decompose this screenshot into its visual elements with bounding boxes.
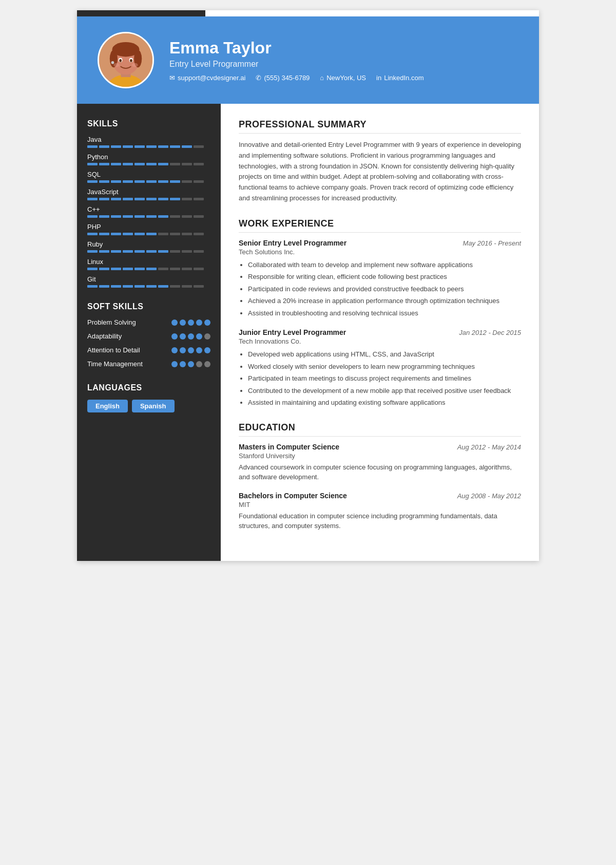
skill-segment xyxy=(111,145,121,148)
skill-name: C++ xyxy=(87,205,210,213)
skill-item: Java xyxy=(87,136,210,148)
job-bullet: Achieved a 20% increase in application p… xyxy=(248,296,521,306)
soft-skill-name: Attention to Detail xyxy=(87,346,171,355)
education-item: Bachelors in Computer ScienceAug 2008 - … xyxy=(239,492,521,531)
contact-row: ✉ support@cvdesigner.ai ✆ (555) 345-6789… xyxy=(169,74,424,82)
skill-bar xyxy=(87,198,210,200)
skill-segment xyxy=(87,145,98,148)
language-tag: English xyxy=(87,400,128,412)
skill-segment xyxy=(158,163,168,165)
skill-segment xyxy=(170,198,180,200)
soft-skill-item: Adaptability xyxy=(87,332,210,341)
skill-segment xyxy=(170,215,180,218)
skill-segment xyxy=(158,233,168,235)
soft-skill-dot xyxy=(180,333,186,340)
job-bullet: Contributed to the development of a new … xyxy=(248,386,521,396)
soft-skill-dot xyxy=(204,361,210,367)
language-tag: Spanish xyxy=(132,400,175,412)
skill-segment xyxy=(158,198,168,200)
header-info: Emma Taylor Entry Level Programmer ✉ sup… xyxy=(169,39,424,82)
skill-segment xyxy=(170,145,180,148)
edu-date: Aug 2008 - May 2012 xyxy=(457,492,521,500)
education-title: EDUCATION xyxy=(239,422,521,437)
skill-segment xyxy=(99,163,109,165)
skill-segment xyxy=(99,268,109,270)
skill-bar xyxy=(87,145,210,148)
skill-segment xyxy=(123,250,133,253)
skill-segment xyxy=(182,233,192,235)
skill-segment xyxy=(123,198,133,200)
skill-segment xyxy=(99,285,109,288)
skill-item: Linux xyxy=(87,258,210,270)
skill-segment xyxy=(111,268,121,270)
linkedin-icon: in xyxy=(376,74,381,82)
skill-segment xyxy=(182,163,192,165)
skills-title: SKILLS xyxy=(87,119,210,128)
skill-bar xyxy=(87,250,210,253)
skill-segment xyxy=(194,268,204,270)
soft-skill-dot xyxy=(188,361,194,367)
skill-item: PHP xyxy=(87,223,210,235)
soft-skill-name: Adaptability xyxy=(87,332,171,341)
languages-title: LANGUAGES xyxy=(87,383,210,392)
summary-title: PROFESSIONAL SUMMARY xyxy=(239,119,521,134)
header-section: Emma Taylor Entry Level Programmer ✉ sup… xyxy=(77,16,539,104)
skills-list: JavaPythonSQLJavaScriptC++PHPRubyLinuxGi… xyxy=(87,136,210,288)
skill-segment xyxy=(134,285,145,288)
soft-skill-dot xyxy=(180,319,186,326)
skill-segment xyxy=(182,145,192,148)
candidate-title: Entry Level Programmer xyxy=(169,60,424,69)
job-bullet: Participated in code reviews and provide… xyxy=(248,284,521,294)
skill-segment xyxy=(146,198,157,200)
contact-email: ✉ support@cvdesigner.ai xyxy=(169,74,245,82)
job-bullet: Collaborated with team to develop and im… xyxy=(248,260,521,270)
skill-name: Ruby xyxy=(87,240,210,248)
soft-skill-item: Problem Solving xyxy=(87,318,210,327)
edu-date: Aug 2012 - May 2014 xyxy=(457,443,521,451)
education-section: EDUCATION Masters in Computer ScienceAug… xyxy=(239,422,521,531)
skill-segment xyxy=(170,250,180,253)
candidate-name: Emma Taylor xyxy=(169,39,424,58)
skill-bar xyxy=(87,268,210,270)
skill-item: Python xyxy=(87,153,210,165)
edu-degree: Bachelors in Computer Science xyxy=(239,492,347,500)
summary-text: Innovative and detail-oriented Entry Lev… xyxy=(239,140,521,204)
soft-skill-dot xyxy=(171,319,178,326)
soft-skill-dot xyxy=(204,333,210,340)
skill-segment xyxy=(158,250,168,253)
skill-segment xyxy=(99,198,109,200)
skill-segment xyxy=(182,198,192,200)
soft-skill-name: Problem Solving xyxy=(87,318,171,327)
skill-segment xyxy=(87,180,98,183)
skill-segment xyxy=(111,163,121,165)
skill-name: PHP xyxy=(87,223,210,231)
skill-segment xyxy=(182,285,192,288)
summary-section: PROFESSIONAL SUMMARY Innovative and deta… xyxy=(239,119,521,204)
skill-segment xyxy=(111,250,121,253)
skill-segment xyxy=(99,180,109,183)
skill-segment xyxy=(158,180,168,183)
skill-item: JavaScript xyxy=(87,188,210,200)
languages-section: LANGUAGES EnglishSpanish xyxy=(87,383,210,412)
svg-point-10 xyxy=(130,59,132,62)
soft-skill-dots xyxy=(171,333,210,340)
skill-bar xyxy=(87,233,210,235)
skill-segment xyxy=(123,145,133,148)
soft-skill-item: Attention to Detail xyxy=(87,346,210,355)
location-icon: ⌂ xyxy=(320,74,324,82)
skill-segment xyxy=(111,215,121,218)
education-list: Masters in Computer ScienceAug 2012 - Ma… xyxy=(239,443,521,531)
resume-container: Emma Taylor Entry Level Programmer ✉ sup… xyxy=(77,10,539,561)
jobs-list: Senior Entry Level ProgrammerMay 2016 - … xyxy=(239,239,521,408)
skill-segment xyxy=(194,233,204,235)
job-header: Senior Entry Level ProgrammerMay 2016 - … xyxy=(239,239,521,247)
edu-school: Stanford University xyxy=(239,452,521,460)
skill-segment xyxy=(182,215,192,218)
phone-icon: ✆ xyxy=(256,74,261,82)
skill-segment xyxy=(99,145,109,148)
avatar-wrapper xyxy=(98,32,154,88)
contact-linkedin: in LinkedIn.com xyxy=(376,74,424,82)
soft-skill-dot xyxy=(196,319,202,326)
job-date: Jan 2012 - Dec 2015 xyxy=(459,329,521,336)
skill-segment xyxy=(134,250,145,253)
